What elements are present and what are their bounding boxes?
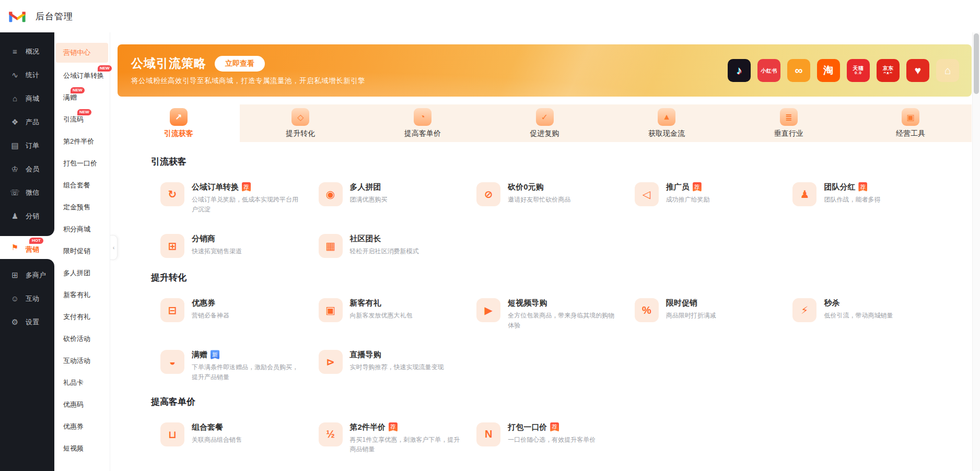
app-frame: ≡ 概况 ∿ 统计 ⌂ 商城 ❖ 产品 ▤ 订单 ♔ 会员 ☏ 微信 ♟ 分销 …	[0, 32, 980, 471]
full-gift-icon: ◒	[160, 350, 184, 374]
douyin-icon: ♪	[728, 59, 751, 82]
sidebar-item-label: 产品	[26, 117, 39, 127]
sidebar-item[interactable]: ❖ 产品	[0, 110, 54, 134]
feature-card[interactable]: ◒ 满赠 新 下单满条件即送赠品，激励会员购买，提升产品销量	[160, 350, 319, 382]
feature-card[interactable]: ⊘ 砍价0元购 邀请好友帮忙砍价商品	[476, 182, 635, 214]
feature-card[interactable]: ↻ 公域订单转换 荐 公域订单兑奖励，低成本实现跨平台用户沉淀	[160, 182, 319, 214]
sidebar-item-label: 订单	[26, 141, 39, 150]
feature-card[interactable]: ⊞ 分销商 快速拓宽销售渠道	[160, 234, 319, 258]
feature-card-desc: 公域订单兑奖励，低成本实现跨平台用户沉淀	[192, 195, 302, 214]
sidebar-item[interactable]: ≡ 概况	[0, 40, 54, 63]
feature-card-desc: 关联商品组合销售	[192, 435, 242, 445]
submenu-item[interactable]: 砍价活动	[56, 328, 108, 350]
view-now-button[interactable]: 立即查看	[215, 56, 265, 72]
submenu-item[interactable]: 定金预售	[56, 196, 108, 218]
feature-card[interactable]: ⊟ 优惠券 营销必备神器	[160, 298, 319, 330]
feature-card[interactable]: ⚡ 秒杀 低价引流，带动商城销量	[792, 298, 951, 330]
sidebar-item[interactable]: ⊞ 多商户	[0, 263, 54, 287]
pinduoduo-icon: ♥	[906, 59, 929, 82]
sidebar-item[interactable]: ⚙ 设置	[0, 310, 54, 334]
tab-获取现金流[interactable]: ▲ 获取现金流	[605, 104, 728, 142]
feature-card[interactable]: ⊳ 直播导购 实时导购推荐，快速实现流量变现	[319, 350, 477, 382]
new-badge: NEW	[77, 109, 91, 115]
sidebar-item[interactable]: ☺ 互动	[0, 287, 54, 310]
submenu-item[interactable]: 新客有礼	[56, 284, 108, 306]
platform-glyph: ♥	[915, 64, 921, 76]
section: 提升转化 ⊟ 优惠券 营销必备神器 ▣ 新客有礼 向新客发放优惠大礼包 ▶ 短视…	[138, 272, 951, 382]
sidebar-item[interactable]: ☏ 微信	[0, 181, 54, 204]
submenu-item[interactable]: 限时促销	[56, 240, 108, 262]
submenu-item-label: 支付有礼	[63, 312, 90, 322]
group-buy-icon: ◉	[319, 182, 343, 206]
recommend-badge: 荐	[693, 182, 702, 192]
feature-card-title: 直播导购	[350, 350, 381, 359]
feature-card-desc: 下单满条件即送赠品，激励会员购买，提升产品销量	[192, 362, 302, 382]
feature-card[interactable]: ♟ 团队分红 荐 团队作战，能者多得	[792, 182, 951, 214]
business-tools-icon: ▣	[902, 108, 919, 126]
tab-提高客单价[interactable]: ◔ 提高客单价	[361, 104, 484, 142]
distribution-icon: ♟	[10, 211, 20, 221]
feature-card[interactable]: % 限时促销 商品限时打折满减	[635, 298, 793, 330]
sidebar-item[interactable]: ♔ 会员	[0, 157, 54, 181]
submenu-item[interactable]: 优惠码	[56, 394, 108, 416]
feature-card-desc: 实时导购推荐，快速实现流量变现	[350, 362, 444, 372]
submenu-item[interactable]: 满赠NEW	[56, 87, 108, 109]
submenu-item-label: 礼品卡	[63, 378, 84, 387]
feature-card[interactable]: ▦ 社区团长 轻松开启社区消费新模式	[319, 234, 477, 258]
sidebar-item-label: 设置	[26, 317, 39, 327]
feature-card[interactable]: ½ 第2件半价 荐 再买1件立享优惠，刺激客户下单，提升商品销量	[319, 422, 477, 454]
orders-icon: ▤	[10, 141, 20, 150]
sidebar-item-label: 多商户	[26, 270, 46, 280]
section-title: 引流获客	[151, 156, 951, 168]
tab-经营工具[interactable]: ▣ 经营工具	[849, 104, 972, 142]
banner-subtitle: 将公域粉丝高效引导至私域商城，打造专属流量池，开启私域增长新引擎	[131, 76, 365, 86]
submenu-item[interactable]: 组合套餐	[56, 174, 108, 196]
submenu-item[interactable]: 礼品卡	[56, 372, 108, 394]
feature-card[interactable]: ▣ 新客有礼 向新客发放优惠大礼包	[319, 298, 477, 330]
submenu-item[interactable]: 优惠券	[56, 416, 108, 438]
submenu-item[interactable]: 互动活动	[56, 350, 108, 372]
submenu-item-label: 公域订单转换NEW	[63, 71, 104, 80]
sidebar-item-marketing-active[interactable]: ⚑ 营销 HOT	[0, 236, 54, 259]
submenu-item-label: 营销中心	[63, 48, 90, 57]
sidebar-item[interactable]: ▤ 订单	[0, 134, 54, 157]
submenu-item[interactable]: 打包一口价	[56, 152, 108, 174]
submenu-item[interactable]: 引流码NEW	[56, 109, 108, 131]
tab-引流获客[interactable]: ↗ 引流获客	[118, 104, 240, 142]
submenu-item[interactable]: 短视频	[56, 438, 108, 460]
vertical-industry-icon: ≣	[780, 108, 798, 126]
order-convert-icon: ↻	[160, 182, 184, 206]
sidebar-item[interactable]: ∿ 统计	[0, 63, 54, 87]
community-leader-icon: ▦	[319, 234, 343, 258]
submenu-item[interactable]: 支付有礼	[56, 306, 108, 328]
tab-提升转化[interactable]: ◇ 提升转化	[240, 104, 362, 142]
category-tabbar: ↗ 引流获客 ◇ 提升转化 ◔ 提高客单价 ✓ 促进复购 ▲ 获取现金流 ≣ 垂…	[118, 104, 972, 142]
feature-card[interactable]: ◁ 推广员 荐 成功推广给奖励	[635, 182, 793, 214]
submenu-item[interactable]: 多人拼团	[56, 262, 108, 284]
tab-label: 促进复购	[530, 129, 559, 138]
promoter-icon: ◁	[635, 182, 659, 206]
tab-促进复购[interactable]: ✓ 促进复购	[484, 104, 606, 142]
main-sidebar: ≡ 概况 ∿ 统计 ⌂ 商城 ❖ 产品 ▤ 订单 ♔ 会员 ☏ 微信 ♟ 分销 …	[0, 32, 54, 471]
submenu-item-label: 优惠码	[63, 400, 84, 409]
submenu-item[interactable]: 营销中心	[56, 43, 108, 63]
conversion-icon: ◇	[291, 108, 309, 126]
xiaohongshu-icon: 小红书	[757, 59, 780, 82]
scrollbar-thumb[interactable]	[974, 33, 979, 94]
submenu-item[interactable]: 第2件半价	[56, 131, 108, 152]
sidebar-item[interactable]: ⌂ 商城	[0, 87, 54, 110]
sidebar-item[interactable]: ♟ 分销	[0, 204, 54, 228]
vertical-scrollbar[interactable]	[972, 32, 980, 471]
sidebar-collapse-handle[interactable]: ‹	[110, 235, 118, 260]
feature-card[interactable]: ▶ 短视频导购 全方位包装商品，带来身临其境的购物体验	[476, 298, 635, 330]
feature-card[interactable]: ⊔ 组合套餐 关联商品组合销售	[160, 422, 319, 454]
submenu-item[interactable]: 积分商城	[56, 218, 108, 240]
feature-card-desc: 向新客发放优惠大礼包	[350, 311, 413, 321]
hot-badge: HOT	[29, 238, 43, 244]
feature-card[interactable]: N 打包一口价 荐 一口价随心选，有效提升客单价	[476, 422, 635, 454]
sidebar-item-label: 互动	[26, 294, 39, 303]
feature-card[interactable]: ◉ 多人拼团 团满优惠购买	[319, 182, 477, 214]
multi-store-icon: ⊞	[10, 270, 20, 280]
tab-垂直行业[interactable]: ≣ 垂直行业	[728, 104, 850, 142]
submenu-item[interactable]: 公域订单转换NEW	[56, 65, 108, 87]
